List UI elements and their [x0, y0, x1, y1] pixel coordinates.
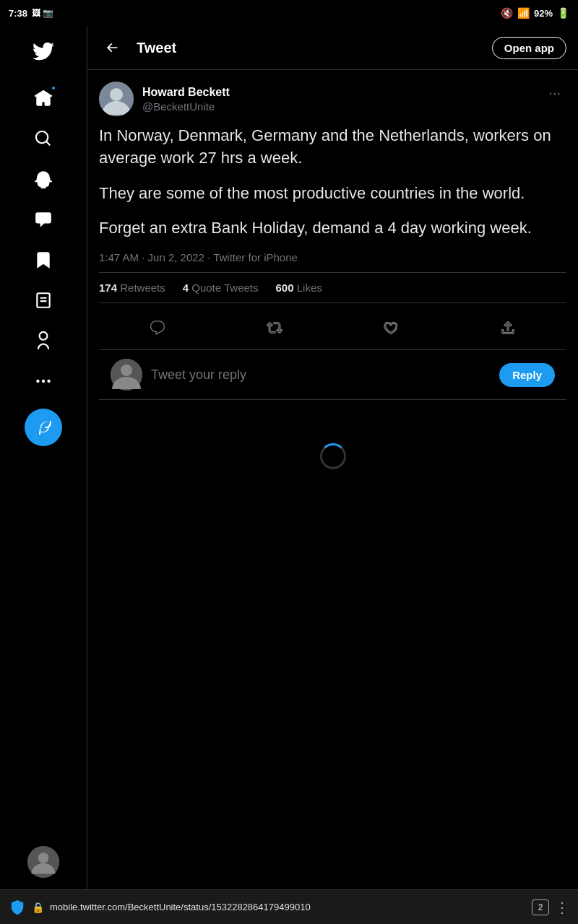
reply-user-avatar	[111, 359, 142, 391]
tweet-page-header: Tweet Open app	[87, 26, 578, 70]
status-bar: 7:38 🖼 📷 🔇 📶 92% 🔋	[0, 0, 578, 26]
quote-tweet-label: Quote Tweets	[191, 282, 258, 294]
likes-count: 600 Likes	[276, 282, 322, 294]
retweet-action-button[interactable]	[259, 312, 290, 344]
shield-icon	[9, 899, 26, 916]
tweet-actions	[99, 306, 566, 350]
open-app-button[interactable]: Open app	[492, 37, 566, 59]
wifi-icon: 📶	[517, 7, 530, 19]
main-layout: Tweet Open app Howa	[0, 26, 578, 889]
author-name: Howard Beckett	[142, 86, 230, 99]
browser-url[interactable]: mobile.twitter.com/BeckettUnite/status/1…	[50, 902, 526, 912]
reply-text-input[interactable]	[151, 367, 491, 383]
reply-action-button[interactable]	[142, 312, 173, 344]
sidebar-item-bookmarks[interactable]	[25, 241, 62, 279]
tweet-author-info: Howard Beckett @BeckettUnite	[99, 82, 230, 116]
sidebar-item-profile[interactable]	[25, 322, 62, 359]
time-display: 7:38	[9, 8, 27, 19]
tweet-paragraph-3: Forget an extra Bank Holiday, demand a 4…	[99, 217, 566, 240]
page-title: Tweet	[137, 40, 176, 56]
sidebar-item-search[interactable]	[25, 120, 62, 157]
sidebar-item-home[interactable]	[25, 79, 62, 117]
battery-display: 92%	[534, 8, 553, 19]
compose-button[interactable]	[25, 409, 62, 446]
svg-point-1	[38, 853, 49, 863]
sidebar-item-messages[interactable]	[25, 201, 62, 238]
header-left: Tweet	[99, 35, 176, 61]
tweet-paragraph-1: In Norway, Denmark, Germany and the Neth…	[99, 125, 566, 170]
home-notification-dot	[51, 85, 56, 91]
mute-icon: 🔇	[501, 7, 513, 19]
tweet-author-row: Howard Beckett @BeckettUnite ···	[99, 82, 566, 116]
tweet-body: Howard Beckett @BeckettUnite ··· In Norw…	[87, 70, 578, 524]
likes-label: Likes	[297, 282, 322, 294]
svg-point-3	[110, 88, 123, 101]
tweet-author-avatar[interactable]	[99, 82, 134, 116]
status-icons-right: 🔇 📶 92% 🔋	[501, 7, 569, 19]
browser-bar: 🔒 mobile.twitter.com/BeckettUnite/status…	[0, 889, 578, 924]
lock-icon: 🔒	[32, 902, 44, 913]
back-button[interactable]	[99, 35, 125, 61]
tweet-timestamp: 1:47 AM · Jun 2, 2022 · Twitter for iPho…	[99, 251, 566, 263]
retweet-number: 174	[99, 282, 117, 294]
like-action-button[interactable]	[375, 312, 407, 344]
retweet-count: 174 Retweets	[99, 282, 165, 294]
reply-input-area: Reply	[99, 350, 566, 400]
retweet-label: Retweets	[120, 282, 165, 294]
tweet-stats: 174 Retweets 4 Quote Tweets 600 Likes	[99, 272, 566, 303]
tweet-more-button[interactable]: ···	[543, 82, 566, 104]
svg-point-5	[121, 365, 132, 376]
user-avatar[interactable]	[27, 846, 59, 878]
battery-icon: 🔋	[557, 7, 569, 19]
browser-more-button[interactable]: ⋮	[555, 899, 569, 916]
reply-submit-button[interactable]: Reply	[499, 363, 555, 387]
quote-tweet-number: 4	[183, 282, 189, 294]
sidebar-item-notifications[interactable]	[25, 160, 62, 198]
sidebar-item-more[interactable]	[25, 362, 62, 400]
tweet-paragraph-2: They are some of the most productive cou…	[99, 183, 566, 205]
sidebar	[0, 26, 87, 889]
status-icons-left: 🖼 📷	[32, 8, 53, 18]
loading-spinner	[320, 443, 346, 469]
quote-tweet-count: 4 Quote Tweets	[183, 282, 259, 294]
sidebar-item-lists[interactable]	[25, 282, 62, 319]
loading-spinner-area	[99, 400, 566, 513]
twitter-logo[interactable]	[24, 32, 63, 74]
author-text: Howard Beckett @BeckettUnite	[142, 86, 230, 113]
author-handle: @BeckettUnite	[142, 100, 230, 113]
likes-number: 600	[276, 282, 294, 294]
browser-tab-count[interactable]: 2	[532, 899, 549, 915]
tweet-text: In Norway, Denmark, Germany and the Neth…	[99, 125, 566, 240]
tweet-content: Tweet Open app Howa	[87, 26, 578, 889]
status-time: 7:38 🖼 📷	[9, 8, 53, 19]
share-action-button[interactable]	[492, 312, 524, 344]
